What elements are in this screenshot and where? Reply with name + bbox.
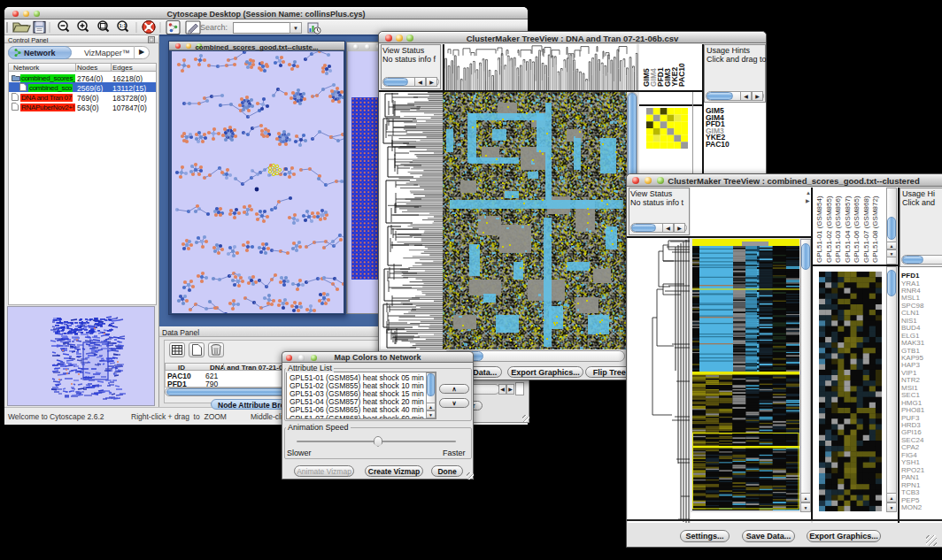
svg-text:Search:: Search: xyxy=(200,23,228,32)
svg-text:1:1: 1:1 xyxy=(120,23,127,28)
